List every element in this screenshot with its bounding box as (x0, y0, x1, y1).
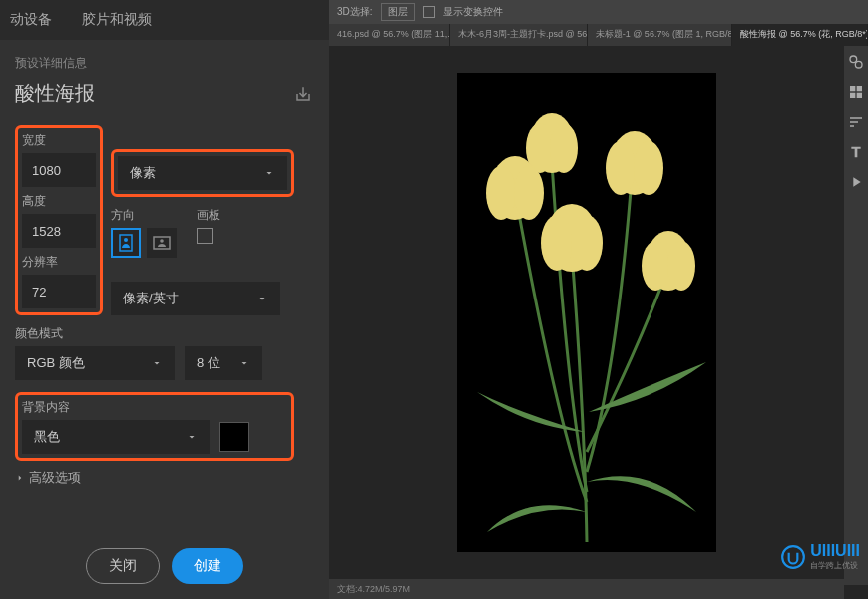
res-unit-value: 像素/英寸 (123, 290, 179, 307)
tab-mobile[interactable]: 动设备 (10, 11, 52, 29)
svg-point-12 (571, 215, 603, 271)
chevron-down-icon (238, 357, 250, 369)
svg-point-14 (606, 141, 636, 195)
3d-select-label: 3D选择: (337, 5, 373, 19)
adjust-icon[interactable] (848, 114, 864, 130)
height-input[interactable] (22, 214, 96, 248)
svg-point-3 (160, 239, 164, 243)
advanced-label: 高级选项 (29, 469, 81, 487)
height-label: 高度 (22, 193, 96, 210)
svg-point-8 (486, 166, 516, 220)
color-mode-value: RGB 颜色 (27, 354, 85, 372)
swatches-icon[interactable] (848, 54, 864, 70)
artboard-label: 画板 (197, 207, 220, 224)
width-input[interactable] (22, 153, 96, 187)
view-mode[interactable]: 图层 (381, 3, 415, 21)
orientation-landscape[interactable] (147, 228, 177, 258)
highlight-bg: 背景内容 黑色 (15, 392, 294, 461)
bit-depth-value: 8 位 (197, 354, 220, 372)
chevron-down-icon (151, 357, 163, 369)
svg-point-20 (855, 61, 862, 68)
color-mode-select[interactable]: RGB 颜色 (15, 346, 175, 380)
status-bar: 文档:4.72M/5.97M (329, 579, 844, 599)
options-bar: 3D选择: 图层 显示变换控件 (329, 0, 868, 24)
canvas-area: Adobe Photoshop CC 2018 3D选择: 图层 显示变换控件 … (329, 0, 868, 599)
doc-tab[interactable]: 416.psd @ 56.7% (图层 11,... (329, 24, 450, 46)
svg-point-9 (514, 166, 544, 220)
advanced-options[interactable]: 高级选项 (15, 469, 314, 487)
right-toolbar (844, 46, 868, 585)
svg-point-18 (667, 241, 695, 291)
highlight-unit: 像素 (111, 149, 294, 197)
watermark: UIIIUIII 自学跨上优设 (780, 542, 860, 571)
doc-tab[interactable]: 未标题-1 @ 56.7% (图层 1, RGB/8... (588, 24, 732, 46)
canvas-viewport[interactable] (329, 46, 844, 579)
resolution-input[interactable] (22, 275, 96, 308)
preset-title[interactable]: 酸性海报 (15, 80, 95, 107)
close-button[interactable]: 关闭 (86, 548, 160, 584)
type-icon[interactable] (848, 144, 864, 160)
bg-select[interactable]: 黑色 (22, 420, 210, 454)
unit-value: 像素 (130, 164, 156, 182)
tab-film-video[interactable]: 胶片和视频 (82, 11, 152, 29)
category-tabs: 动设备 胶片和视频 (0, 0, 329, 40)
transform-checkbox[interactable] (423, 6, 435, 18)
bg-value: 黑色 (34, 428, 60, 446)
bit-depth-select[interactable]: 8 位 (185, 346, 262, 380)
chevron-down-icon (263, 167, 275, 179)
flower-artwork (457, 73, 716, 552)
orientation-portrait[interactable] (111, 228, 141, 258)
chevron-down-icon (256, 293, 268, 304)
width-label: 宽度 (22, 132, 96, 149)
svg-rect-0 (120, 235, 132, 251)
orientation-label: 方向 (111, 207, 177, 224)
doc-tab[interactable]: 木木-6月3周-主题打卡.psd @ 56... (450, 24, 588, 46)
artboard (457, 73, 716, 552)
svg-point-15 (634, 141, 663, 195)
play-icon[interactable] (848, 174, 864, 190)
resolution-label: 分辨率 (22, 254, 96, 271)
bg-label: 背景内容 (22, 400, 70, 414)
svg-point-11 (541, 215, 573, 271)
status-text: 文档:4.72M/5.97M (337, 583, 410, 596)
create-button[interactable]: 创建 (172, 548, 243, 584)
bg-color-swatch[interactable] (219, 422, 249, 452)
transform-label: 显示变换控件 (443, 5, 503, 19)
resolution-unit-select[interactable]: 像素/英寸 (111, 282, 280, 315)
svg-point-6 (550, 123, 578, 173)
new-document-panel: 动设备 胶片和视频 预设详细信息 酸性海报 宽度 高度 分辨率 (0, 0, 329, 599)
svg-rect-2 (154, 237, 170, 249)
artboard-checkbox[interactable] (197, 228, 213, 244)
document-tabs: 416.psd @ 56.7% (图层 11,... 木木-6月3周-主题打卡.… (329, 24, 868, 46)
svg-point-19 (850, 56, 857, 63)
svg-point-17 (642, 241, 669, 291)
chevron-down-icon (186, 431, 198, 443)
watermark-sub: 自学跨上优设 (810, 560, 860, 571)
unit-select[interactable]: 像素 (118, 156, 287, 190)
doc-tab-active[interactable]: 酸性海报 @ 56.7% (花, RGB/8*) * (732, 24, 868, 46)
preset-detail-label: 预设详细信息 (15, 55, 314, 72)
logo-icon (780, 544, 806, 570)
svg-point-1 (124, 238, 128, 242)
save-preset-icon[interactable] (292, 85, 314, 103)
grid-icon[interactable] (848, 84, 864, 100)
chevron-right-icon (15, 473, 25, 483)
watermark-text: UIIIUIII (810, 542, 860, 560)
highlight-dimensions: 宽度 高度 分辨率 (15, 125, 103, 315)
color-mode-label: 颜色模式 (15, 325, 314, 342)
